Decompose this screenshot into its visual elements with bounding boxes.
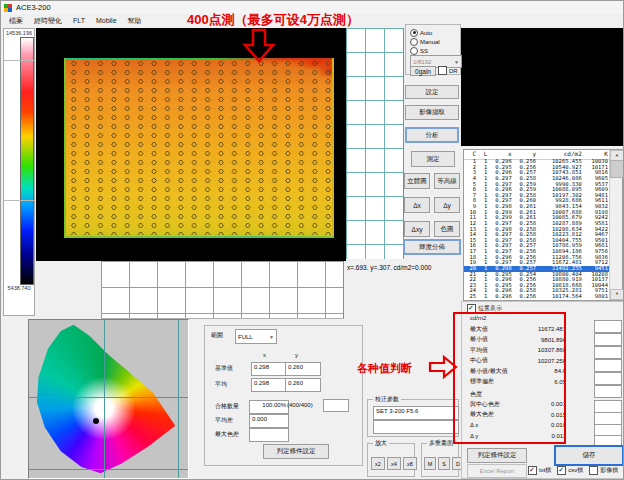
table-col-header[interactable]: K: [584, 150, 610, 159]
chroma-stat-row-label: 最大色差: [470, 410, 494, 419]
capture-button[interactable]: 影像擷取: [405, 105, 459, 120]
zoom-x8-button[interactable]: x8: [403, 457, 417, 470]
app-icon: [4, 4, 12, 12]
chroma-stat-row-value: 0.011: [551, 433, 566, 439]
ref-label: 基準值: [215, 364, 233, 373]
table-row[interactable]: 2510.2960.25610174.5649801: [464, 294, 610, 300]
maxdiff-field[interactable]: [249, 428, 289, 442]
judge-settings-button-2[interactable]: 判定條件設定: [467, 448, 527, 463]
view-button[interactable]: Δxy: [404, 221, 430, 237]
analyze-button[interactable]: 分析: [405, 127, 459, 143]
chevron-down-icon: ▼: [269, 334, 274, 340]
view-button[interactable]: 立體圖: [404, 173, 430, 189]
lum-stat-row: 最小值/最大值84.0: [470, 366, 566, 377]
scrollbar-thumb[interactable]: [610, 160, 624, 178]
table-col-header[interactable]: L: [478, 150, 489, 159]
colorbar-divider: [4, 200, 34, 201]
excel-report-button[interactable]: Excel Report: [467, 464, 527, 478]
table-col-header[interactable]: cd/m2: [538, 150, 584, 159]
range-label: 範圍: [211, 331, 223, 340]
dr-checkbox[interactable]: DR: [438, 66, 458, 75]
shutter-value: 1/8192: [413, 59, 431, 65]
ref-y-field[interactable]: 0.260: [285, 362, 321, 376]
radio-icon[interactable]: [410, 29, 418, 37]
judge-indicator-box: [594, 385, 622, 398]
table-cell: 10174.564: [538, 294, 584, 300]
radio-icon[interactable]: [410, 47, 418, 55]
menu-item[interactable]: 經時變化: [34, 16, 62, 26]
pass-field[interactable]: 100.00%: [249, 400, 289, 414]
settings-button[interactable]: 設定: [405, 85, 459, 99]
table-col-header[interactable]: y: [514, 150, 538, 159]
checkbox-icon[interactable]: [589, 466, 598, 475]
luminance-heatmap[interactable]: [64, 58, 334, 238]
chroma-stat-row-value: 0.010: [551, 422, 566, 428]
cie-diagram-panel[interactable]: [28, 319, 189, 479]
app-window: ACE3-200 檔案經時變化FLTMobile幫助 14536.196 543…: [0, 0, 624, 480]
colorbar-gradient: [20, 37, 34, 285]
chroma-section-label: 色度: [470, 390, 482, 399]
menu-item[interactable]: 檔案: [9, 16, 23, 26]
chroma-stat-row-value: 0.015: [551, 412, 566, 418]
avg-x-field[interactable]: 0.298: [251, 378, 287, 392]
chroma-stat-row-label: 與中心色差: [470, 400, 500, 409]
lum-stat-row-label: 最大值: [470, 325, 488, 334]
view-button[interactable]: Δx: [404, 197, 430, 213]
view-button[interactable]: 色圖: [434, 221, 460, 237]
zoom-x4-button[interactable]: x4: [387, 457, 401, 470]
multi-s-button[interactable]: S: [438, 457, 450, 470]
mode-radio-manual[interactable]: Manual: [410, 37, 440, 46]
lum-stat-row: 中心值10207.258: [470, 356, 566, 367]
view-button[interactable]: Δy: [434, 197, 460, 213]
save-button[interactable]: 儲存: [554, 445, 624, 466]
capture-mode-group: AutoManualSS 1/8192 ▼ 0gain DR: [405, 24, 461, 75]
file-checkbox-csv檔[interactable]: csv檔: [557, 466, 583, 475]
calibration-param-field[interactable]: SET 3-200 F5.6: [373, 406, 459, 420]
lum-stat-row-value: 10307.860: [538, 347, 566, 353]
dr-checkbox-box[interactable]: [438, 66, 447, 75]
judge-settings-button[interactable]: 判定條件設定: [263, 444, 329, 459]
mode-radio-auto[interactable]: Auto: [410, 28, 440, 37]
calibration-param-field-2[interactable]: [373, 420, 459, 434]
checkbox-icon[interactable]: [528, 466, 537, 475]
position-checkbox-box[interactable]: [467, 304, 476, 313]
menu-item[interactable]: Mobile: [96, 17, 117, 24]
cie-edge-line-horizontal: [29, 469, 188, 470]
lum-stat-row: 標準偏差6.05: [470, 377, 566, 388]
window-title: ACE3-200: [16, 3, 51, 12]
table-cell: 0.296: [489, 294, 513, 300]
table-scrollbar[interactable]: ▲ ▼: [609, 150, 622, 300]
avg-y-field[interactable]: 0.260: [285, 378, 321, 392]
ref-x-field[interactable]: 0.298: [251, 362, 287, 376]
scroll-down-icon[interactable]: ▼: [610, 289, 624, 300]
video-preview-window: [461, 28, 624, 146]
calibration-title: 校正參數: [373, 396, 401, 403]
checkbox-icon[interactable]: [557, 466, 566, 475]
maxdiff-label: 最大色差: [215, 430, 239, 439]
file-checkbox-影像檔[interactable]: 影像檔: [589, 466, 618, 475]
file-checkbox-txt檔[interactable]: txt檔: [528, 466, 551, 475]
file-checkbox-label: csv檔: [568, 466, 583, 475]
view-button[interactable]: 等高線: [434, 173, 460, 189]
gain-button[interactable]: 0gain: [410, 66, 436, 76]
heatmap-window[interactable]: [36, 28, 346, 261]
luminance-dist-button[interactable]: 輝度分佈: [403, 239, 461, 255]
avgdiff-field[interactable]: 0.000: [249, 414, 289, 428]
position-display-checkbox[interactable]: 位置表示: [467, 304, 502, 313]
dr-checkbox-label: DR: [449, 68, 458, 74]
range-select[interactable]: FULL ▼: [235, 329, 277, 344]
multi-m-button[interactable]: M: [424, 457, 436, 470]
menu-item[interactable]: 幫助: [128, 16, 142, 26]
mode-radio-ss[interactable]: SS: [410, 46, 440, 55]
cie-edge-line-vertical: [178, 320, 179, 478]
table-col-header[interactable]: C: [464, 150, 478, 159]
zoom-x2-button[interactable]: x2: [371, 457, 385, 470]
mode-radio-label: Manual: [420, 39, 440, 45]
position-checkbox-label: 位置表示: [478, 304, 502, 313]
menu-item[interactable]: FLT: [73, 17, 85, 24]
measure-button[interactable]: 測定: [411, 151, 455, 167]
radio-icon[interactable]: [410, 38, 418, 46]
table-col-header[interactable]: x: [489, 150, 513, 159]
view-button-row: 立體圖等高線: [404, 173, 460, 189]
annotation-down-arrow-icon: [243, 28, 275, 63]
